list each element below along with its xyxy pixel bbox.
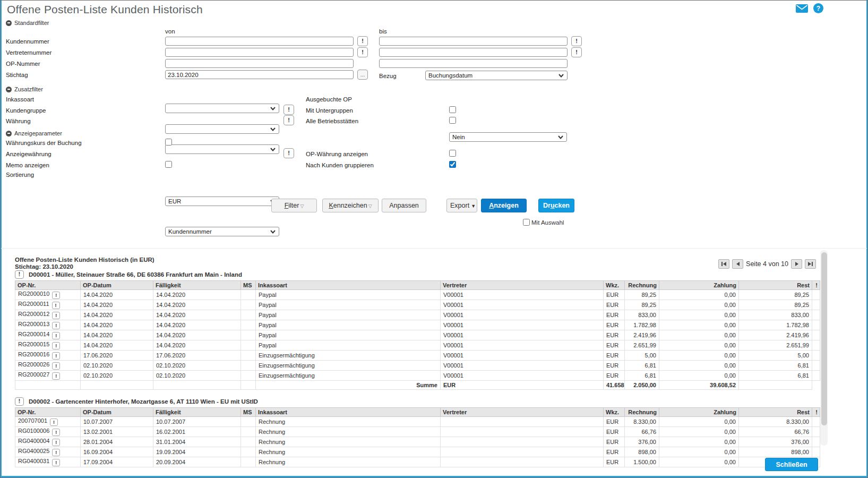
- group-detail-button[interactable]: !: [15, 270, 24, 279]
- close-button[interactable]: Schließen: [765, 458, 818, 471]
- table-row[interactable]: RG2000016!17.06.202017.06.2020Einzugserm…: [15, 351, 820, 361]
- mail-icon[interactable]: [796, 4, 808, 13]
- last-page-button[interactable]: [805, 259, 816, 269]
- summe-wkz-cell: EUR: [441, 381, 604, 390]
- help-icon[interactable]: ?: [813, 3, 823, 13]
- first-page-button[interactable]: [718, 259, 729, 269]
- mit-untergruppen-checkbox[interactable]: [449, 106, 456, 113]
- inkassoart-cell: Paypal: [256, 340, 441, 351]
- scrollbar-thumb[interactable]: [821, 252, 827, 425]
- waehrung-detail-button[interactable]: !: [283, 115, 294, 125]
- kundengruppe-select[interactable]: [165, 124, 279, 134]
- table-row[interactable]: RG0400004!28.01.200431.01.2004RechnungEU…: [15, 437, 820, 447]
- group-detail-button[interactable]: !: [15, 397, 24, 406]
- table-row[interactable]: RG0400025!16.09.200419.09.2004RechnungEU…: [15, 447, 820, 457]
- export-button[interactable]: Export▼: [446, 199, 477, 212]
- row-detail-button[interactable]: !: [50, 419, 58, 426]
- column-header: Vertreter: [441, 281, 604, 290]
- kundennummer-von-detail-button[interactable]: !: [357, 36, 368, 46]
- drucken-button[interactable]: Drucken: [538, 199, 574, 212]
- gruppieren-checkbox[interactable]: [449, 161, 456, 168]
- table-row[interactable]: RG2000026!02.10.202002.10.2020Einzugserm…: [15, 361, 820, 371]
- table-row[interactable]: RG2000027!02.10.202002.10.2020Einzugserm…: [15, 371, 820, 381]
- row-detail-button[interactable]: !: [52, 429, 60, 436]
- section-anzeigeparameter-toggle[interactable]: Anzeigeparameter: [6, 130, 62, 136]
- wkz-cell: EUR: [604, 351, 625, 361]
- ausgebuchte-op-select[interactable]: Nein: [449, 132, 567, 142]
- zahlung-cell: 0,00: [659, 300, 739, 310]
- zahlung-cell: 0,00: [659, 427, 739, 437]
- row-detail-button[interactable]: !: [52, 352, 60, 360]
- table-row[interactable]: RG2000015!14.04.202014.04.2020PaypalV000…: [15, 340, 820, 351]
- row-detail-button[interactable]: !: [52, 449, 60, 456]
- faelligkeit-cell: 19.09.2004: [153, 447, 241, 457]
- row-detail-button[interactable]: !: [52, 332, 60, 339]
- vertreternummer-von-detail-button[interactable]: !: [357, 47, 368, 57]
- vertreter-cell: V00001: [441, 361, 604, 371]
- op-nr-cell: RG2000015!: [15, 340, 81, 351]
- group-header: !D00001 - Müller, Steinauer Straße 66, D…: [15, 270, 820, 279]
- row-detail-button[interactable]: !: [52, 372, 60, 380]
- filter-button[interactable]: Filter▽: [271, 199, 317, 212]
- results-scrollbar[interactable]: [820, 250, 828, 446]
- row-detail-button[interactable]: !: [52, 342, 60, 349]
- table-row[interactable]: RG2000012!14.04.202014.04.2020PaypalV000…: [15, 310, 820, 320]
- waehrung-select[interactable]: [165, 144, 279, 154]
- row-detail-button[interactable]: !: [52, 439, 60, 446]
- op-nummer-bis-input[interactable]: [379, 59, 568, 68]
- next-page-button[interactable]: [791, 259, 802, 269]
- vertreternummer-von-input[interactable]: [165, 48, 354, 57]
- table-row[interactable]: 200707001!10.07.200710.07.2007RechnungEU…: [15, 417, 820, 427]
- row-detail-button[interactable]: !: [52, 302, 60, 309]
- anzeigewaehrung-select[interactable]: EUR: [165, 197, 279, 206]
- vertreter-cell: [441, 437, 604, 447]
- table-row[interactable]: RG0100006!13.02.200116.02.2001RechnungEU…: [15, 427, 820, 437]
- table-row[interactable]: RG2000011!14.04.202014.04.2020PaypalV000…: [15, 300, 820, 310]
- table-row[interactable]: RG2000014!14.04.202014.04.2020PaypalV000…: [15, 330, 820, 340]
- memo-checkbox[interactable]: [165, 161, 172, 168]
- table-row[interactable]: RG0400031!17.09.200420.09.2004RechnungEU…: [15, 457, 820, 467]
- section-standardfilter-toggle[interactable]: Standardfilter: [6, 20, 49, 26]
- row-detail-button[interactable]: !: [52, 292, 60, 299]
- ms-cell: [241, 417, 256, 427]
- anzeigewaehrung-label: Anzeigewährung: [6, 151, 51, 157]
- sortierung-select[interactable]: Kundennummer: [165, 227, 279, 236]
- bezug-select[interactable]: Buchungsdatum: [425, 71, 568, 80]
- row-detail-button[interactable]: !: [52, 362, 60, 370]
- kundennummer-bis-input[interactable]: [379, 37, 568, 46]
- op-waehrung-label: OP-Währung anzeigen: [306, 151, 368, 157]
- section-zusatzfilter-toggle[interactable]: Zusatzfilter: [6, 86, 43, 92]
- anpassen-button[interactable]: Anpassen: [382, 199, 426, 212]
- anzeigen-button[interactable]: Anzeigen: [481, 199, 527, 212]
- column-header: Wkz.: [604, 281, 625, 290]
- zahlung-cell: 0,00: [659, 310, 739, 320]
- alle-betriebsstaetten-checkbox[interactable]: [449, 117, 456, 124]
- kundennummer-von-input[interactable]: [165, 37, 354, 46]
- anzeigewaehrung-detail-button[interactable]: !: [283, 148, 294, 158]
- row-detail-button[interactable]: !: [52, 312, 60, 319]
- op-waehrung-checkbox[interactable]: [449, 150, 456, 157]
- filter-dropdown-icon: ▽: [300, 203, 304, 209]
- kundengruppe-detail-button[interactable]: !: [283, 105, 294, 115]
- vertreter-cell: V00001: [441, 351, 604, 361]
- inkassoart-select[interactable]: [165, 104, 279, 113]
- mit-auswahl-checkbox[interactable]: [523, 219, 530, 226]
- detail-cell: [812, 320, 820, 330]
- column-header: Zahlung: [659, 281, 739, 290]
- table-row[interactable]: RG2000013!14.04.202014.04.2020PaypalV000…: [15, 320, 820, 330]
- vertreternummer-bis-detail-button[interactable]: !: [571, 47, 582, 57]
- waehrungskurs-checkbox[interactable]: [165, 139, 172, 146]
- kundennummer-bis-detail-button[interactable]: !: [571, 36, 582, 46]
- op-datum-cell: 17.06.2020: [81, 351, 153, 361]
- previous-page-button[interactable]: [732, 259, 743, 269]
- detail-cell: [812, 361, 820, 371]
- kennzeichen-button[interactable]: Kennzeichen▽: [322, 199, 379, 212]
- stichtag-date-picker-button[interactable]: ...: [357, 70, 368, 80]
- vertreternummer-bis-input[interactable]: [379, 48, 568, 57]
- chevron-down-icon: [270, 148, 276, 151]
- row-detail-button[interactable]: !: [52, 459, 60, 466]
- stichtag-input[interactable]: [165, 70, 354, 79]
- table-row[interactable]: RG2000010!14.04.202014.04.2020PaypalV000…: [15, 290, 820, 300]
- row-detail-button[interactable]: !: [52, 322, 60, 329]
- op-nummer-von-input[interactable]: [165, 59, 354, 68]
